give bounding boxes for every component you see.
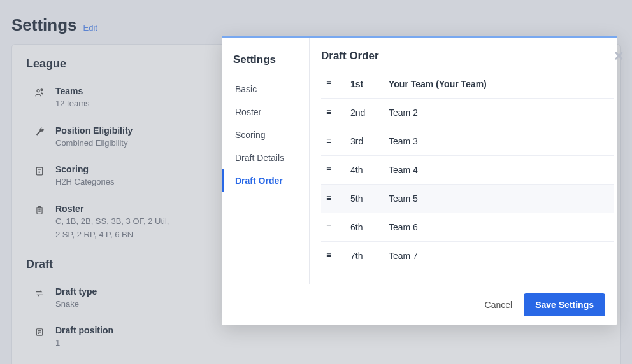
order-row[interactable]: ≡ 6th Team 6: [321, 213, 614, 242]
drag-handle-icon[interactable]: ≡: [326, 167, 335, 173]
nav-draft-order[interactable]: Draft Order: [222, 169, 309, 192]
order-team: Team 6: [389, 222, 418, 232]
nav-scoring[interactable]: Scoring: [222, 123, 309, 146]
nav-draft-details[interactable]: Draft Details: [222, 146, 309, 169]
order-row[interactable]: ≡ 2nd Team 2: [321, 99, 614, 127]
drag-handle-icon[interactable]: ≡: [326, 109, 335, 116]
order-team: Your Team (Your Team): [389, 79, 487, 89]
order-position: 2nd: [350, 108, 373, 118]
modal-sidebar: Settings Basic Roster Scoring Draft Deta…: [222, 38, 310, 284]
drag-handle-icon[interactable]: ≡: [326, 81, 335, 87]
order-row[interactable]: ≡ 7th Team 7: [321, 242, 614, 270]
order-team: Team 7: [389, 251, 418, 261]
drag-handle-icon[interactable]: ≡: [326, 224, 335, 230]
order-row[interactable]: ≡ 1st Your Team (Your Team): [321, 70, 614, 99]
modal-main-title: Draft Order: [321, 50, 617, 62]
modal-sidebar-title: Settings: [222, 50, 309, 78]
order-team: Team 4: [389, 165, 418, 175]
cancel-button[interactable]: Cancel: [485, 300, 513, 310]
modal-main: Draft Order ≡ 1st Your Team (Your Team) …: [310, 38, 617, 284]
order-position: 3rd: [350, 136, 373, 146]
order-team: Team 5: [389, 193, 418, 204]
order-team: Team 3: [389, 136, 418, 146]
nav-basic[interactable]: Basic: [222, 78, 309, 101]
modal-footer: Cancel Save Settings: [222, 284, 617, 325]
order-position: 4th: [350, 165, 373, 175]
modal-body: Settings Basic Roster Scoring Draft Deta…: [222, 38, 617, 284]
settings-modal: Settings Basic Roster Scoring Draft Deta…: [222, 36, 617, 325]
draft-order-list[interactable]: ≡ 1st Your Team (Your Team) ≡ 2nd Team 2…: [321, 70, 617, 284]
order-position: 1st: [350, 79, 373, 89]
nav-roster[interactable]: Roster: [222, 101, 309, 123]
close-icon[interactable]: ✕: [614, 48, 624, 64]
order-row[interactable]: ≡ 3rd Team 3: [321, 127, 614, 156]
drag-handle-icon[interactable]: ≡: [326, 195, 335, 202]
drag-handle-icon[interactable]: ≡: [326, 253, 335, 259]
order-position: 5th: [350, 193, 373, 204]
order-position: 6th: [350, 222, 373, 232]
order-row[interactable]: ≡ 4th Team 4: [321, 156, 614, 185]
order-team: Team 2: [389, 108, 418, 118]
order-row[interactable]: ≡ 5th Team 5: [321, 185, 614, 213]
drag-handle-icon[interactable]: ≡: [326, 138, 335, 144]
order-position: 7th: [350, 251, 373, 261]
save-settings-button[interactable]: Save Settings: [524, 293, 605, 316]
